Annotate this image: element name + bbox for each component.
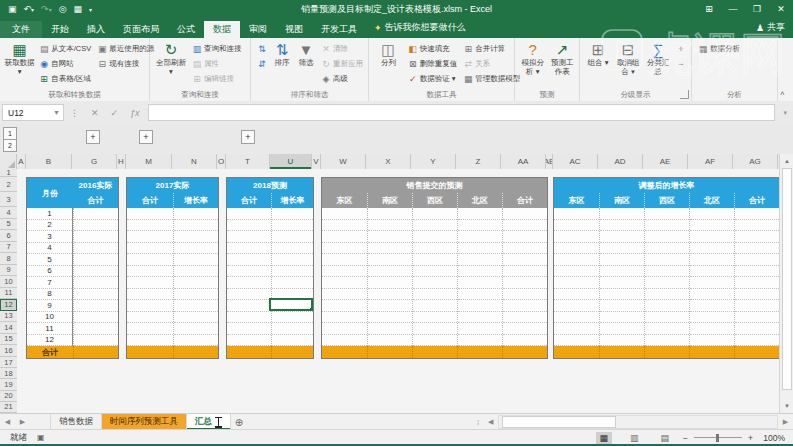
cell[interactable] (174, 266, 218, 278)
cell[interactable] (368, 231, 412, 243)
cell[interactable] (368, 208, 412, 220)
zoom-in-icon[interactable]: + (748, 433, 753, 443)
cell[interactable] (458, 312, 502, 324)
cell[interactable] (690, 300, 734, 312)
cell[interactable]: 6 (27, 266, 72, 278)
ribbon-button-预测工作表[interactable]: ↗预测工作表 (549, 42, 577, 76)
cell[interactable]: 3 (27, 231, 72, 243)
page-layout-view-icon[interactable]: ▥ (626, 432, 643, 444)
cell[interactable] (322, 312, 367, 324)
dialog-launcher-icon[interactable] (680, 90, 689, 99)
ribbon-button-重新应用[interactable]: ↻重新应用 (318, 56, 366, 71)
column-header-Y[interactable]: Y (411, 154, 456, 169)
cell[interactable] (735, 208, 779, 220)
cell[interactable] (127, 335, 173, 347)
minimize-button[interactable]: — (721, 0, 745, 18)
cell[interactable] (690, 323, 734, 335)
sheet-nav-left-icon[interactable]: ◀ (0, 414, 15, 430)
total-cell[interactable] (689, 346, 734, 358)
cell[interactable] (645, 335, 689, 347)
row-header-10[interactable]: 10 (0, 276, 17, 288)
cell[interactable] (322, 243, 367, 255)
cell[interactable] (227, 323, 271, 335)
column-header-H[interactable]: H (117, 154, 126, 169)
row-header-5[interactable]: 5 (0, 219, 17, 231)
row-header-3[interactable]: 3 (0, 192, 17, 207)
cell[interactable] (503, 312, 547, 324)
ribbon-button-分列[interactable]: ◫分列 (373, 42, 404, 68)
hscroll-right-icon[interactable]: ▶ (778, 418, 793, 426)
cell[interactable] (174, 300, 218, 312)
cell[interactable] (127, 277, 173, 289)
cell[interactable] (127, 289, 173, 301)
cell[interactable] (227, 277, 271, 289)
cell[interactable] (74, 335, 118, 347)
cell[interactable] (322, 335, 367, 347)
total-cell[interactable] (127, 346, 173, 358)
ribbon-button-属性[interactable]: ▤属性 (189, 56, 245, 71)
cell[interactable] (645, 243, 689, 255)
cell[interactable] (458, 335, 502, 347)
undo-icon[interactable]: ↶▾ (24, 4, 35, 14)
cell[interactable] (735, 231, 779, 243)
row-header-15[interactable]: 15 (0, 334, 17, 346)
column-header-V[interactable]: V (312, 154, 321, 169)
ribbon-tab-公式[interactable]: 公式 (168, 21, 204, 38)
cell[interactable] (735, 220, 779, 232)
column-header-AE[interactable]: AE (643, 154, 688, 169)
cell[interactable] (322, 266, 367, 278)
row-header-14[interactable]: 14 (0, 322, 17, 334)
ribbon-button-高级[interactable]: ◈高级 (318, 71, 366, 86)
cell[interactable] (735, 266, 779, 278)
sheet-nav-right-icon[interactable]: ▶ (15, 414, 30, 430)
redo-icon[interactable]: ↷▾ (41, 4, 52, 14)
column-header-O[interactable]: O (217, 154, 226, 169)
cell[interactable] (503, 323, 547, 335)
cell[interactable] (174, 220, 218, 232)
zoom-out-icon[interactable]: − (683, 433, 688, 443)
cell[interactable] (272, 254, 313, 266)
ribbon-button-sort-az-icon[interactable]: ⇅ (254, 41, 270, 56)
ribbon-button-hide-detail-icon[interactable]: − (673, 56, 689, 71)
row-header-18[interactable]: 18 (0, 368, 17, 379)
cell[interactable] (600, 289, 644, 301)
cell[interactable] (272, 243, 313, 255)
zoom-slider[interactable] (694, 437, 742, 438)
tell-me-box[interactable]: ✦ 告诉我你想要做什么 (366, 17, 474, 38)
total-cell[interactable] (412, 346, 457, 358)
ribbon-tab-插入[interactable]: 插入 (78, 21, 114, 38)
cell[interactable] (600, 208, 644, 220)
cell[interactable] (272, 208, 313, 220)
cell[interactable] (690, 335, 734, 347)
cell[interactable] (458, 243, 502, 255)
ribbon-button-快速填充[interactable]: ◧快速填充 (405, 41, 461, 56)
cell[interactable] (600, 266, 644, 278)
sheet-tab-时间序列预测工具[interactable]: 时间序列预测工具 (102, 414, 187, 430)
cell[interactable] (174, 277, 218, 289)
cell[interactable] (690, 277, 734, 289)
ribbon-tab-开发工具[interactable]: 开发工具 (312, 21, 366, 38)
ribbon-button-数据分析[interactable]: ▦数据分析 (695, 41, 743, 56)
cell[interactable] (272, 323, 313, 335)
cell[interactable] (503, 243, 547, 255)
cell[interactable] (645, 300, 689, 312)
hscroll-left-icon[interactable]: ◀ (483, 418, 498, 426)
sheet-grid[interactable]: 月份2016实际合计123456789101112合计2017实际合计增长率20… (17, 169, 779, 413)
cell[interactable] (554, 312, 599, 324)
cell[interactable] (645, 312, 689, 324)
cell[interactable] (74, 300, 118, 312)
cell[interactable] (413, 277, 457, 289)
ribbon-button-最近使用的源[interactable]: ▣最近使用的源 (94, 41, 157, 56)
cell[interactable] (74, 312, 118, 324)
cell[interactable] (458, 220, 502, 232)
cell[interactable] (645, 231, 689, 243)
cell[interactable] (413, 231, 457, 243)
row-header-13[interactable]: 13 (0, 311, 17, 323)
cell[interactable] (74, 243, 118, 255)
cell[interactable] (74, 254, 118, 266)
column-header-B[interactable]: B (26, 154, 72, 169)
cell[interactable] (600, 300, 644, 312)
total-cell[interactable] (644, 346, 689, 358)
ribbon-button-关系[interactable]: ⇄关系 (460, 56, 523, 71)
column-header-N[interactable]: N (172, 154, 217, 169)
